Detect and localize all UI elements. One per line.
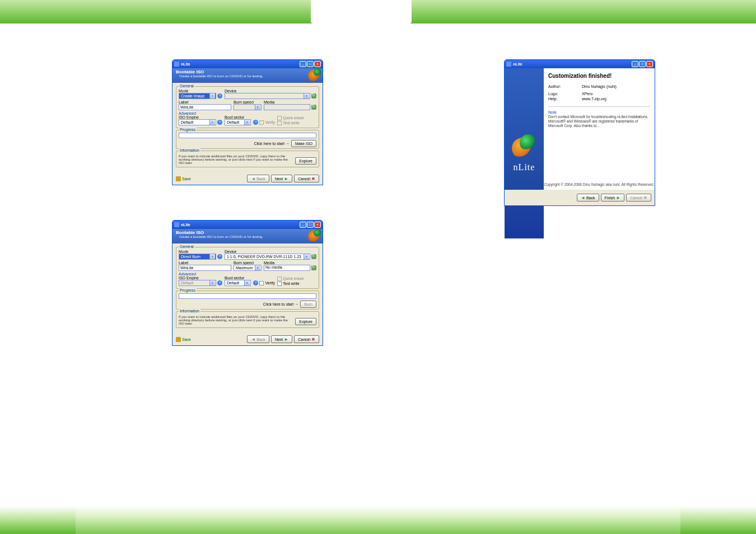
titlebar[interactable]: nLite _ □ ×	[172, 221, 323, 229]
information-group: Information If you want to include addit…	[176, 311, 319, 328]
make-iso-button[interactable]: Make ISO	[291, 140, 316, 147]
save-button[interactable]: Save	[176, 337, 191, 342]
explore-button[interactable]: Explore	[295, 157, 316, 165]
iso-engine-label: ISO Engine	[179, 276, 222, 280]
cancel-button[interactable]: Cancel✖	[294, 175, 319, 182]
media-label: Media	[264, 261, 316, 265]
label-input[interactable]	[179, 265, 231, 271]
next-button[interactable]: Next►	[271, 335, 292, 343]
burn-speed-label: Burn speed	[234, 100, 262, 104]
nlite-window-create-image: nLite _ □ × Bootable ISO Create a bootab…	[172, 59, 323, 185]
titlebar[interactable]: nLite _ □ ×	[172, 60, 323, 68]
help-value: www.7-zip.org	[582, 97, 606, 101]
maximize-button[interactable]: □	[639, 61, 646, 67]
test-write-checkbox[interactable]: Test write	[277, 282, 316, 286]
close-button[interactable]: ×	[314, 61, 321, 67]
maximize-button[interactable]: □	[307, 222, 314, 228]
general-group: General Mode Direct Burn ▾ ? Device	[176, 247, 319, 289]
iso-engine-label: ISO Engine	[179, 115, 222, 119]
lock-icon	[176, 176, 181, 181]
refresh-icon[interactable]	[311, 93, 316, 99]
minimize-button[interactable]: _	[632, 61, 638, 67]
close-button[interactable]: ×	[646, 61, 653, 67]
chevron-down-icon: ▾	[244, 280, 250, 285]
finish-content: Customization finished! Author:Dino Nuha…	[544, 68, 655, 190]
minimize-button[interactable]: _	[300, 61, 306, 67]
logo-value: XPero	[582, 92, 592, 96]
iso-engine-combo[interactable]: Default ▾	[179, 119, 216, 125]
title-text: nLite	[513, 62, 632, 66]
app-icon	[174, 62, 179, 67]
progress-group: Progress Click here to start → Make ISO	[176, 130, 319, 149]
nlite-logo-text: nLite	[514, 162, 535, 172]
label-input[interactable]	[179, 104, 231, 110]
help-icon[interactable]: ?	[217, 93, 222, 99]
chevron-down-icon: ▾	[209, 120, 215, 125]
burn-speed-label: Burn speed	[234, 261, 262, 265]
info-text: If you want to include additional files …	[179, 315, 293, 325]
lock-icon	[176, 337, 181, 342]
nlite-logo-icon	[512, 134, 536, 159]
cancel-button: Cancel✖	[626, 194, 651, 202]
information-group: Information If you want to include addit…	[176, 151, 319, 167]
help-label: Help:	[548, 97, 582, 101]
help-icon[interactable]: ?	[217, 120, 222, 125]
top-white-tab	[311, 0, 412, 24]
page-header: Bootable ISO Create a bootable ISO to bu…	[172, 229, 323, 243]
finish-button[interactable]: Finish►	[601, 194, 625, 202]
refresh-icon[interactable]	[311, 254, 316, 259]
mode-label: Mode	[179, 89, 222, 93]
copyright-text: Copyright © 2004-2008 Dino Nuhagic aka n…	[544, 182, 655, 186]
media-display	[264, 104, 310, 110]
maximize-button[interactable]: □	[307, 61, 314, 67]
page-title: Bootable ISO	[176, 69, 319, 74]
information-group-title: Information	[179, 309, 200, 313]
explore-button[interactable]: Explore	[295, 318, 316, 325]
info-text: If you want to include additional files …	[179, 154, 293, 165]
chevron-down-icon: ▾	[244, 120, 250, 125]
mode-combo[interactable]: Create Image ▾	[179, 93, 216, 99]
help-icon[interactable]: ?	[217, 254, 222, 259]
label-label: Label	[179, 261, 231, 265]
label-label: Label	[179, 100, 231, 104]
device-label: Device	[225, 89, 316, 93]
burn-button: Burn	[300, 301, 316, 308]
boot-sector-combo[interactable]: Default ▾	[225, 119, 251, 125]
mode-label: Mode	[179, 250, 222, 254]
help-icon[interactable]: ?	[217, 280, 222, 285]
finish-title: Customization finished!	[548, 73, 650, 79]
quick-erase-checkbox: Quick erase	[277, 116, 316, 120]
page-subtitle: Create a bootable ISO to burn on CD/DVD …	[179, 235, 319, 238]
click-to-start-label: Click here to start →	[254, 142, 289, 146]
author-label: Author:	[548, 85, 582, 88]
information-group-title: Information	[179, 148, 200, 152]
help-icon[interactable]: ?	[253, 280, 258, 285]
mode-combo[interactable]: Direct Burn ▾	[179, 254, 216, 260]
back-button: ◄Back	[247, 335, 269, 343]
app-icon	[506, 62, 511, 67]
boot-sector-label: Boot sector	[225, 276, 275, 280]
back-button[interactable]: ◄Back	[577, 194, 599, 202]
burn-speed-combo[interactable]: Maximum ▾	[234, 265, 262, 271]
general-group-title: General	[179, 245, 195, 249]
help-icon[interactable]: ?	[253, 120, 258, 125]
minimize-button[interactable]: _	[300, 222, 306, 228]
close-button[interactable]: ×	[314, 222, 321, 228]
nlite-window-direct-burn: nLite _ □ × Bootable ISO Create a bootab…	[172, 220, 323, 346]
progress-bar	[179, 293, 316, 299]
refresh-icon[interactable]	[311, 105, 316, 110]
title-text: nLite	[181, 62, 300, 66]
boot-sector-combo[interactable]: Default ▾	[225, 280, 251, 286]
test-write-checkbox: Test write	[277, 121, 316, 125]
general-group-title: General	[179, 84, 195, 88]
note-title: Note	[548, 110, 650, 114]
save-button[interactable]: Save	[176, 176, 191, 181]
cancel-button[interactable]: Cancel✖	[294, 335, 319, 343]
verify-checkbox[interactable]: Verify	[259, 281, 275, 285]
general-group: General Mode Create Image ▾ ? Device	[176, 86, 319, 128]
next-button[interactable]: Next►	[271, 175, 292, 182]
click-to-start-label: Click here to start →	[263, 302, 298, 306]
titlebar[interactable]: nLite _ □ ×	[505, 60, 655, 68]
device-combo[interactable]: 1:1:0, PIONEER DVD-RW DVR-111D 1.23 ▾	[225, 254, 310, 260]
refresh-icon[interactable]	[311, 265, 316, 270]
